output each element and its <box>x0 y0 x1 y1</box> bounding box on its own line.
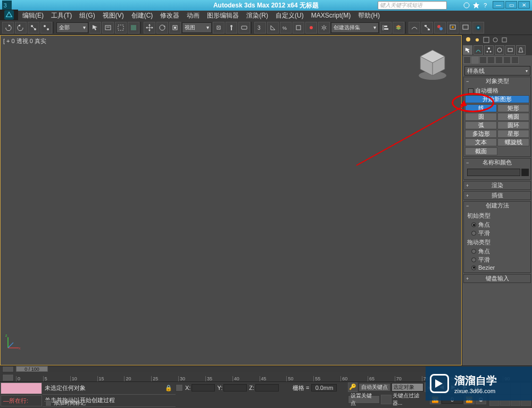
set-key-toggle[interactable]: 设置关键点 <box>348 395 380 404</box>
isolate-button[interactable] <box>176 384 183 392</box>
section-button[interactable]: 截面 <box>465 147 497 155</box>
lights-subtab[interactable] <box>479 56 487 64</box>
start-new-shape-button[interactable]: 开始新图形 <box>465 95 529 103</box>
menu-edit[interactable]: 编辑(E) <box>19 11 47 20</box>
render-setup-button[interactable] <box>447 22 459 34</box>
pivot-center-button[interactable] <box>213 22 225 34</box>
track-bar-toggle[interactable] <box>2 374 14 381</box>
manipulate-button[interactable] <box>226 22 237 34</box>
add-marker-label[interactable]: 添加时间标记 <box>54 399 86 407</box>
viewport[interactable]: [ + 0 透视 0 真实 z x <box>0 35 462 365</box>
favorite-icon[interactable] <box>472 2 480 9</box>
hierarchy-tab[interactable] <box>484 45 494 55</box>
scale-button[interactable] <box>169 22 181 34</box>
select-by-name-button[interactable] <box>102 22 114 34</box>
menu-animation[interactable]: 动画 <box>184 11 203 20</box>
key-filter-label[interactable]: 关键点过滤器... <box>393 392 429 407</box>
spacewarps-subtab[interactable] <box>503 56 511 64</box>
menu-grapheditors[interactable]: 图形编辑器 <box>204 11 242 20</box>
motion-tab[interactable] <box>495 45 504 55</box>
close-button[interactable]: ✕ <box>518 1 530 9</box>
mirror-button[interactable] <box>318 22 330 34</box>
rollup-title-objtype[interactable]: 对象类型 <box>486 77 509 85</box>
window-crossing-button[interactable] <box>128 22 139 34</box>
link-button[interactable] <box>28 22 39 34</box>
time-slider-thumb[interactable]: 0 / 100 <box>16 366 48 372</box>
init-corner-radio[interactable] <box>471 222 476 227</box>
rollup-title-name[interactable]: 名称和颜色 <box>483 159 512 166</box>
angle-snap-button[interactable] <box>267 22 279 34</box>
menu-create[interactable]: 创建(C) <box>128 11 156 20</box>
systems-subtab[interactable] <box>511 56 519 64</box>
curve-editor-button[interactable] <box>409 22 420 34</box>
lock-icon[interactable]: 🔒 <box>165 385 172 392</box>
arc-button[interactable]: 弧 <box>465 121 497 129</box>
rollup-title-interp[interactable]: 插值 <box>492 191 503 199</box>
menu-tools[interactable]: 工具(T) <box>48 11 75 20</box>
keyboard-shortcut-button[interactable] <box>238 22 250 34</box>
drag-corner-radio[interactable] <box>471 249 476 254</box>
snap-button[interactable]: 3 <box>254 22 266 34</box>
select-object-button[interactable] <box>89 22 101 34</box>
time-tag-button[interactable] <box>45 400 52 406</box>
donut-button[interactable]: 圆环 <box>497 121 529 129</box>
percent-snap-button[interactable]: % <box>280 22 292 34</box>
cameras-subtab[interactable] <box>487 56 495 64</box>
time-config-button[interactable] <box>2 366 14 372</box>
modify-tab[interactable] <box>473 45 483 55</box>
search-input[interactable]: 键入关键字或短语 <box>378 1 447 10</box>
circle-button[interactable]: 圆 <box>465 113 497 121</box>
init-smooth-radio[interactable] <box>471 231 476 236</box>
display-tab[interactable] <box>505 45 515 55</box>
viewport-label[interactable]: [ + 0 透视 0 真实 <box>3 37 46 45</box>
menu-modifiers[interactable]: 修改器 <box>157 11 182 20</box>
x-coord-input[interactable] <box>192 384 215 392</box>
selection-filter-dd[interactable]: 选定对象 <box>392 383 423 392</box>
undo-button[interactable] <box>2 22 14 34</box>
menu-maxscript[interactable]: MAXScript(M) <box>308 12 354 19</box>
geometry-subtab[interactable] <box>463 56 471 64</box>
edit-named-sel-button[interactable] <box>305 22 317 34</box>
minimize-button[interactable]: — <box>493 1 504 9</box>
utilities-tab[interactable] <box>516 45 526 55</box>
object-name-input[interactable] <box>467 169 520 176</box>
y-coord-input[interactable] <box>223 384 247 392</box>
color-swatch[interactable] <box>521 169 529 176</box>
menu-views[interactable]: 视图(V) <box>99 11 127 20</box>
selection-filter-dropdown[interactable]: 全部▾ <box>56 22 88 33</box>
auto-key-toggle[interactable]: 自动关键点 <box>359 383 390 392</box>
create-tab[interactable] <box>463 45 472 55</box>
named-selection-dropdown[interactable]: 创建选择集▾ <box>331 22 379 33</box>
schematic-view-button[interactable] <box>421 22 433 34</box>
helix-button[interactable]: 螺旋线 <box>497 138 529 146</box>
rollup-title-render[interactable]: 渲染 <box>492 181 503 189</box>
line-button[interactable]: 线 <box>465 104 497 112</box>
menu-help[interactable]: 帮助(H) <box>355 11 383 20</box>
help-icon[interactable]: ? <box>482 2 489 9</box>
move-button[interactable] <box>144 22 155 34</box>
sun-icon[interactable] <box>473 36 481 44</box>
render-button[interactable] <box>472 22 484 34</box>
autogrid-checkbox[interactable] <box>468 88 473 94</box>
material-editor-button[interactable] <box>434 22 446 34</box>
text-button[interactable]: 文本 <box>465 138 497 146</box>
star-button[interactable]: 星形 <box>497 130 529 138</box>
helpers-subtab[interactable] <box>495 56 503 64</box>
rectangle-button[interactable]: 矩形 <box>497 104 529 112</box>
align-button[interactable] <box>380 22 392 34</box>
ref-coord-dropdown[interactable]: 视图▾ <box>182 22 212 33</box>
view-cube[interactable] <box>414 46 451 83</box>
ngon-button[interactable]: 多边形 <box>465 130 497 138</box>
select-region-button[interactable] <box>115 22 127 34</box>
redo-button[interactable] <box>15 22 27 34</box>
z-coord-input[interactable] <box>255 384 279 392</box>
menu-group[interactable]: 组(G) <box>76 11 98 20</box>
grid-icon[interactable] <box>483 36 490 44</box>
menu-customize[interactable]: 自定义(U) <box>272 11 307 20</box>
key-filters-button[interactable] <box>381 395 392 404</box>
unlink-button[interactable] <box>40 22 52 34</box>
script-input[interactable] <box>1 382 42 394</box>
rollup-title-kbd[interactable]: 键盘输入 <box>486 274 509 282</box>
render-frame-button[interactable] <box>460 22 471 34</box>
config-icon[interactable] <box>501 36 508 44</box>
